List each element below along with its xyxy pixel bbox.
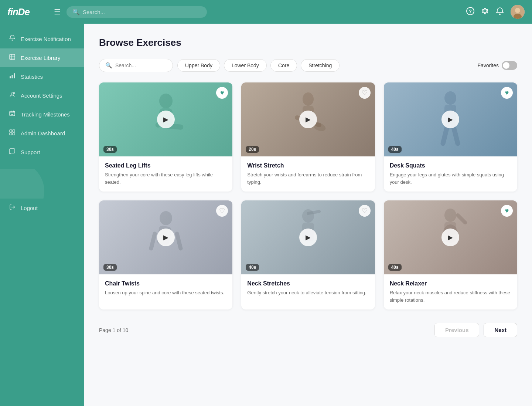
- sidebar-label-support: Support: [21, 149, 40, 155]
- card-duration-neck-relaxer: 40s: [388, 264, 402, 271]
- card-body-seated-leg-lifts: Seated Leg Lifts Strengthen your core wi…: [99, 156, 232, 192]
- favorites-toggle: Favorites: [477, 61, 517, 70]
- topbar-search-input[interactable]: [83, 9, 201, 15]
- svg-point-15: [13, 92, 15, 94]
- play-button-neck-stretches[interactable]: ▶: [299, 229, 317, 246]
- play-button-seated-leg-lifts[interactable]: ▶: [157, 111, 175, 128]
- topbar: finDe ☰ 🔍 ?: [0, 0, 532, 24]
- card-body-chair-twists: Chair Twists Loosen up your spine and co…: [99, 274, 232, 302]
- svg-text:?: ?: [469, 9, 472, 14]
- filter-pill-core[interactable]: Core: [270, 59, 297, 72]
- card-title-neck-relaxer: Neck Relaxer: [390, 280, 511, 287]
- card-duration-wrist-stretch: 20s: [246, 146, 259, 153]
- sidebar-item-exercise-library[interactable]: Exercise Library: [0, 48, 84, 67]
- sidebar-label-tracking-milestones: Tracking Milestones: [21, 111, 70, 118]
- exercise-card-neck-stretches: ▶ ♡ 40s Neck Stretches Gently stretch yo…: [241, 200, 375, 309]
- card-body-desk-squats: Desk Squats Engage your legs and glutes …: [384, 156, 517, 192]
- sidebar-item-logout[interactable]: Logout: [0, 199, 84, 217]
- support-icon: [9, 148, 16, 156]
- card-title-neck-stretches: Neck Stretches: [247, 280, 369, 287]
- favorites-label: Favorites: [477, 62, 499, 68]
- filter-bar: 🔍 Upper BodyLower BodyCoreStretching Fav…: [99, 59, 517, 72]
- card-body-neck-relaxer: Neck Relaxer Relax your neck muscles and…: [384, 274, 517, 309]
- card-description-seated-leg-lifts: Strengthen your core with these easy leg…: [105, 171, 226, 186]
- svg-line-41: [151, 234, 155, 248]
- page-info: Page 1 of 10: [99, 327, 128, 333]
- exercise-search-input[interactable]: [115, 62, 167, 68]
- svg-rect-24: [10, 133, 12, 135]
- favorite-button-wrist-stretch[interactable]: ♡: [359, 87, 371, 99]
- card-body-neck-stretches: Neck Stretches Gently stretch your neck …: [241, 274, 375, 302]
- sidebar-item-admin-dashboard[interactable]: Admin Dashboard: [0, 124, 84, 143]
- sidebar-label-statistics: Statistics: [21, 74, 43, 80]
- logo: finDe: [7, 6, 44, 18]
- topbar-search-icon: 🔍: [72, 9, 80, 16]
- play-button-desk-squats[interactable]: ▶: [441, 111, 459, 128]
- svg-rect-7: [10, 54, 15, 60]
- card-thumbnail-neck-relaxer: ▶ ♥ 40s: [384, 200, 517, 274]
- svg-point-6: [12, 40, 13, 41]
- card-thumbnail-wrist-stretch: ▶ ♡ 20s: [241, 82, 375, 156]
- sidebar-label-admin-dashboard: Admin Dashboard: [21, 130, 65, 136]
- favorite-button-desk-squats[interactable]: ♥: [501, 87, 513, 99]
- card-description-desk-squats: Engage your legs and glutes with simple …: [390, 171, 511, 186]
- exercise-card-desk-squats: ▶ ♥ 40s Desk Squats Engage your legs and…: [384, 82, 517, 192]
- help-icon[interactable]: ?: [466, 7, 474, 17]
- settings-icon[interactable]: [481, 7, 489, 17]
- main-layout: Exercise Notification Exercise Library S…: [0, 24, 532, 406]
- card-thumbnail-seated-leg-lifts: ▶ ♥ 30s: [99, 82, 232, 156]
- toggle-knob: [503, 62, 509, 69]
- svg-point-35: [444, 91, 456, 105]
- svg-line-42: [177, 234, 181, 248]
- card-duration-desk-squats: 40s: [388, 146, 402, 153]
- sidebar-item-account-settings[interactable]: Account Settings: [0, 86, 84, 105]
- menu-icon[interactable]: ☰: [54, 7, 61, 16]
- svg-line-45: [308, 212, 319, 213]
- exercise-card-wrist-stretch: ▶ ♡ 20s Wrist Stretch Stretch your wrist…: [241, 82, 375, 192]
- svg-rect-12: [12, 75, 13, 78]
- sidebar: Exercise Notification Exercise Library S…: [0, 24, 84, 406]
- favorites-toggle-switch[interactable]: [502, 61, 517, 70]
- sidebar-item-tracking-milestones[interactable]: Tracking Milestones: [0, 105, 84, 124]
- svg-point-39: [160, 211, 172, 225]
- card-thumbnail-desk-squats: ▶ ♥ 40s: [384, 82, 517, 156]
- filter-pill-upper-body[interactable]: Upper Body: [177, 59, 220, 72]
- notification-bell-icon[interactable]: [496, 7, 504, 17]
- card-title-desk-squats: Desk Squats: [390, 162, 511, 169]
- svg-point-47: [444, 209, 456, 222]
- filter-pill-stretching[interactable]: Stretching: [301, 59, 340, 72]
- play-button-chair-twists[interactable]: ▶: [157, 229, 175, 246]
- card-title-chair-twists: Chair Twists: [105, 280, 226, 287]
- sidebar-item-statistics[interactable]: Statistics: [0, 67, 84, 86]
- card-body-wrist-stretch: Wrist Stretch Stretch your wrists and fo…: [241, 156, 375, 192]
- sidebar-label-account-settings: Account Settings: [21, 92, 62, 99]
- svg-rect-25: [13, 133, 15, 135]
- sidebar-item-exercise-notification[interactable]: Exercise Notification: [0, 30, 84, 48]
- svg-rect-21: [13, 111, 14, 112]
- card-description-neck-relaxer: Relax your neck muscles and reduce stiff…: [390, 289, 511, 304]
- sidebar-item-support[interactable]: Support: [0, 143, 84, 162]
- svg-rect-23: [13, 130, 15, 132]
- account-settings-icon: [9, 91, 16, 100]
- play-button-wrist-stretch[interactable]: ▶: [299, 111, 317, 128]
- filter-pill-lower-body[interactable]: Lower Body: [224, 59, 267, 72]
- svg-rect-11: [10, 76, 11, 78]
- card-description-neck-stretches: Gently stretch your neck to alleviate te…: [247, 289, 369, 297]
- svg-rect-22: [10, 130, 12, 132]
- filter-search-icon: 🔍: [105, 62, 112, 69]
- play-button-neck-relaxer[interactable]: ▶: [441, 229, 459, 246]
- card-thumbnail-chair-twists: ▶ ♡ 30s: [99, 200, 232, 274]
- statistics-icon: [9, 72, 16, 81]
- favorite-button-neck-relaxer[interactable]: ♥: [501, 205, 513, 217]
- card-thumbnail-neck-stretches: ▶ ♡ 40s: [241, 200, 375, 274]
- logout-label: Logout: [21, 205, 38, 211]
- exercise-library-icon: [9, 54, 16, 62]
- next-button[interactable]: Next: [484, 323, 517, 337]
- favorite-button-neck-stretches[interactable]: ♡: [359, 205, 371, 217]
- card-description-wrist-stretch: Stretch your wrists and forearms to redu…: [247, 171, 369, 186]
- avatar[interactable]: [511, 5, 525, 19]
- exercise-card-neck-relaxer: ▶ ♥ 40s Neck Relaxer Relax your neck mus…: [384, 200, 517, 309]
- tracking-milestones-icon: [9, 110, 16, 119]
- card-description-chair-twists: Loosen up your spine and core with these…: [105, 289, 226, 297]
- previous-button[interactable]: Previous: [434, 323, 479, 337]
